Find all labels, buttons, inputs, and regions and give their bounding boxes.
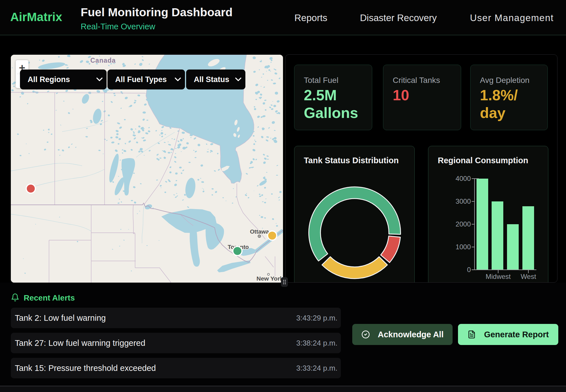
svg-text:Midwest: Midwest [486, 273, 511, 280]
svg-text:2000: 2000 [456, 220, 471, 228]
svg-text:1000: 1000 [456, 243, 471, 251]
svg-text:4000: 4000 [456, 175, 471, 182]
svg-text:Canada: Canada [90, 57, 116, 64]
svg-text:3000: 3000 [456, 197, 471, 205]
svg-text:0: 0 [467, 266, 471, 273]
svg-text:New York: New York [256, 275, 283, 282]
svg-text:Ottawa: Ottawa [250, 228, 269, 235]
svg-text:West: West [521, 273, 536, 280]
